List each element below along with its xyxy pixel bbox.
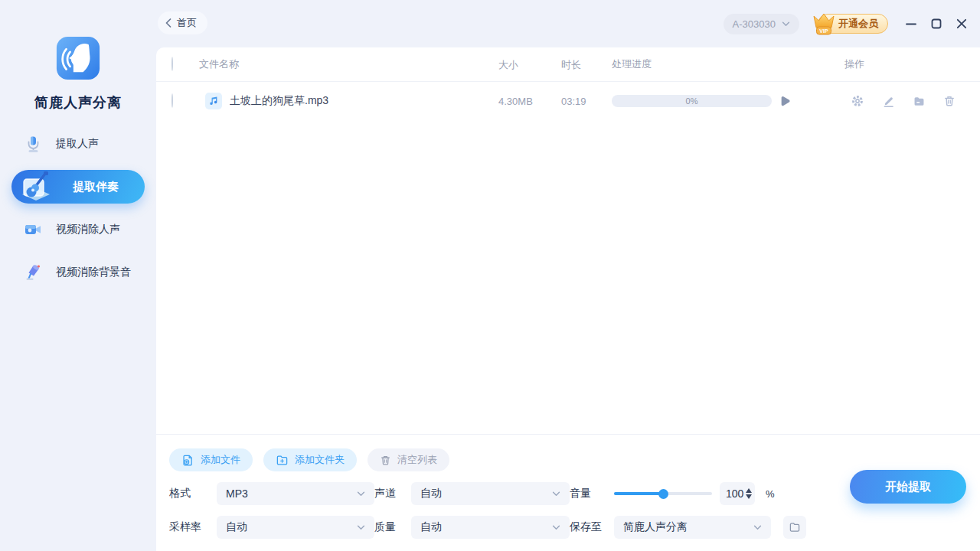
quality-select[interactable]: 自动 (411, 516, 570, 539)
chevron-down-icon (782, 21, 790, 27)
table-row: 土坡上的狗尾草.mp3 4.30MB 03:19 0% (156, 82, 980, 120)
volume-label: 音量 (570, 487, 614, 500)
back-home-label: 首页 (177, 16, 197, 30)
add-folder-button[interactable]: 添加文件夹 (263, 448, 357, 471)
file-duration: 03:19 (561, 96, 586, 107)
volume-unit: % (766, 488, 775, 500)
format-value: MP3 (226, 487, 248, 500)
edit-pencil-icon[interactable] (882, 95, 895, 108)
chevron-down-icon (357, 491, 365, 497)
sidebar-item-label: 视频消除背景音 (56, 266, 131, 279)
vip-crown-icon: VIP (810, 11, 838, 37)
folder-icon (789, 521, 801, 533)
quality-value: 自动 (420, 520, 442, 534)
sidebar-item-video-remove-background[interactable]: 视频消除背景音 (11, 256, 145, 289)
sidebar-item-extract-vocals[interactable]: 提取人声 (11, 127, 145, 161)
volume-slider[interactable] (614, 492, 712, 495)
add-file-label: 添加文件 (201, 453, 240, 467)
volume-input[interactable] (726, 487, 746, 500)
account-dropdown[interactable]: A-303030 (724, 14, 799, 34)
row-checkbox[interactable] (172, 93, 173, 108)
back-home-button[interactable]: 首页 (158, 11, 207, 34)
sidebar-item-extract-accompaniment[interactable]: 提取伴奏 (11, 170, 145, 204)
content-card: 文件名称 大小 时长 处理进度 操作 土坡上的狗尾草.mp3 4.30MB 03… (156, 47, 980, 551)
close-button[interactable] (956, 18, 968, 30)
header-file-name: 文件名称 (199, 57, 239, 71)
sidebar-menu: 提取人声 提取伴奏 (0, 127, 156, 298)
app-title: 简鹿人声分离 (0, 93, 156, 112)
progress-value: 0% (686, 96, 698, 106)
add-folder-icon (276, 454, 289, 467)
sidebar: 简鹿人声分离 提取人声 (0, 0, 156, 551)
maximize-button[interactable] (930, 18, 942, 30)
clear-list-button[interactable]: 清空列表 (368, 448, 449, 471)
sample-rate-select[interactable]: 自动 (217, 516, 374, 539)
format-label: 格式 (169, 487, 217, 500)
minimize-button[interactable] (905, 18, 917, 30)
topbar: 首页 A-303030 VIP (156, 0, 980, 47)
guitar-icon (16, 167, 56, 207)
chevron-down-icon (552, 525, 560, 530)
channel-label: 声道 (374, 487, 411, 500)
header-progress: 处理进度 (612, 57, 652, 71)
vip-badge-text: VIP (819, 28, 828, 34)
chevron-left-icon (165, 18, 172, 28)
open-vip-button[interactable]: VIP 开通会员 (810, 14, 888, 34)
quality-label: 质量 (374, 520, 411, 534)
footer-panel: 添加文件 添加文件夹 清空列表 (156, 434, 980, 551)
sidebar-item-label: 提取人声 (56, 137, 99, 151)
save-to-value: 简鹿人声分离 (623, 520, 688, 534)
app-logo-icon (56, 36, 100, 80)
window-controls (905, 18, 968, 30)
start-extract-button[interactable]: 开始提取 (850, 470, 966, 504)
browse-folder-button[interactable] (783, 516, 806, 539)
delete-trash-icon[interactable] (943, 95, 956, 107)
sidebar-item-video-remove-vocals[interactable]: 视频消除人声 (11, 213, 145, 246)
header-actions: 操作 (844, 57, 864, 71)
format-select[interactable]: MP3 (217, 482, 374, 505)
volume-step-down[interactable] (746, 494, 752, 499)
save-to-label: 保存至 (570, 520, 614, 534)
sidebar-item-label: 视频消除人声 (56, 223, 120, 236)
clear-trash-icon (380, 455, 391, 466)
open-folder-icon[interactable] (913, 95, 926, 108)
add-file-icon (181, 454, 194, 467)
sample-rate-value: 自动 (226, 520, 247, 534)
table-header: 文件名称 大小 时长 处理进度 操作 (156, 47, 980, 82)
save-to-select[interactable]: 简鹿人声分离 (614, 516, 771, 539)
add-folder-label: 添加文件夹 (295, 453, 345, 467)
volume-input-box (720, 482, 755, 505)
volume-stepper (746, 488, 752, 499)
volume-slider-handle[interactable] (658, 489, 668, 499)
header-size: 大小 (498, 59, 518, 70)
sidebar-item-label: 提取伴奏 (73, 180, 119, 194)
channel-value: 自动 (420, 487, 442, 500)
progress-bar: 0% (612, 95, 772, 107)
vip-label: 开通会员 (838, 17, 878, 31)
music-note-icon (205, 93, 222, 109)
sample-rate-label: 采样率 (169, 520, 217, 534)
channel-select[interactable]: 自动 (411, 482, 570, 505)
add-file-button[interactable]: 添加文件 (169, 448, 253, 471)
volume-step-up[interactable] (746, 488, 752, 493)
clear-list-label: 清空列表 (397, 453, 437, 467)
video-icon (24, 220, 42, 239)
play-icon[interactable] (778, 95, 791, 108)
file-name: 土坡上的狗尾草.mp3 (230, 94, 328, 108)
mic-icon (24, 135, 42, 153)
speaker-icon (24, 263, 42, 282)
file-size: 4.30MB (498, 96, 533, 107)
select-all-checkbox[interactable] (172, 57, 173, 71)
chevron-down-icon (552, 491, 560, 497)
header-duration: 时长 (561, 59, 581, 70)
chevron-down-icon (753, 525, 762, 530)
chevron-down-icon (357, 525, 365, 530)
account-id: A-303030 (733, 18, 776, 30)
settings-gear-icon[interactable] (851, 94, 864, 108)
